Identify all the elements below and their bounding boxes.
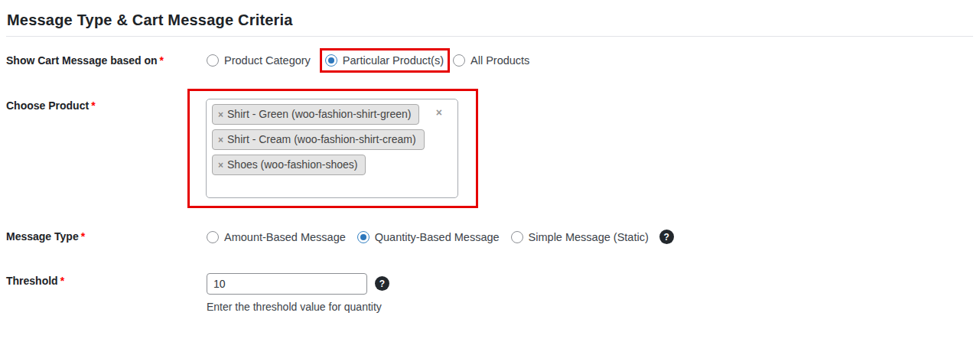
radio-label: Product Category xyxy=(224,54,311,67)
radio-icon[interactable] xyxy=(453,54,465,67)
show-cart-message-label-text: Show Cart Message based on xyxy=(6,54,158,67)
clear-all-icon[interactable]: × xyxy=(436,107,442,118)
help-icon[interactable]: ? xyxy=(659,230,674,244)
threshold-label: Threshold* xyxy=(6,275,64,287)
remove-tag-icon[interactable]: × xyxy=(218,160,223,171)
show-cart-message-radio-group: Product Category Particular Product(s) A… xyxy=(207,54,529,67)
required-asterisk: * xyxy=(160,54,164,67)
required-asterisk: * xyxy=(60,275,64,287)
radio-simple-static[interactable]: Simple Message (Static) xyxy=(511,231,649,243)
radio-icon[interactable] xyxy=(207,54,219,67)
product-tag-label: Shirt - Cream (woo-fashion-shirt-cream) xyxy=(227,133,416,145)
radio-particular-products[interactable]: Particular Product(s) xyxy=(325,54,444,67)
threshold-label-text: Threshold xyxy=(6,275,58,287)
required-asterisk: * xyxy=(91,99,95,112)
threshold-input[interactable] xyxy=(207,273,367,295)
product-multiselect[interactable]: × ×Shirt - Green (woo-fashion-shirt-gree… xyxy=(206,99,458,198)
message-type-label-text: Message Type xyxy=(6,230,79,243)
choose-product-label: Choose Product* xyxy=(6,99,96,112)
product-tag-label: Shoes (woo-fashion-shoes) xyxy=(227,158,357,171)
radio-label: Amount-Based Message xyxy=(224,231,346,243)
message-type-label: Message Type* xyxy=(6,230,85,243)
radio-label: Particular Product(s) xyxy=(343,54,444,67)
radio-icon[interactable] xyxy=(511,231,523,243)
radio-amount-based[interactable]: Amount-Based Message xyxy=(207,231,346,243)
radio-icon[interactable] xyxy=(325,54,337,67)
title-divider xyxy=(6,36,973,37)
threshold-helper-text: Enter the threshold value for quantity xyxy=(207,301,382,313)
product-tag: ×Shoes (woo-fashion-shoes) xyxy=(212,155,366,175)
radio-label: All Products xyxy=(470,54,529,67)
show-cart-message-label: Show Cart Message based on* xyxy=(6,54,164,67)
product-tag-label: Shirt - Green (woo-fashion-shirt-green) xyxy=(227,108,411,120)
radio-quantity-based[interactable]: Quantity-Based Message xyxy=(357,231,500,243)
radio-all-products[interactable]: All Products xyxy=(453,54,529,67)
message-type-radio-group: Amount-Based Message Quantity-Based Mess… xyxy=(207,230,674,244)
radio-label: Simple Message (Static) xyxy=(529,231,649,243)
highlight-box-particular-products: Particular Product(s) xyxy=(320,48,450,73)
required-asterisk: * xyxy=(81,230,85,243)
product-tag: ×Shirt - Cream (woo-fashion-shirt-cream) xyxy=(212,129,425,150)
radio-icon[interactable] xyxy=(207,231,219,243)
selected-product-tags: ×Shirt - Green (woo-fashion-shirt-green)… xyxy=(212,104,425,180)
radio-product-category[interactable]: Product Category xyxy=(207,54,311,67)
radio-icon[interactable] xyxy=(357,231,370,243)
help-icon[interactable]: ? xyxy=(375,276,389,291)
radio-label: Quantity-Based Message xyxy=(375,231,500,243)
product-tag: ×Shirt - Green (woo-fashion-shirt-green) xyxy=(212,104,419,125)
remove-tag-icon[interactable]: × xyxy=(218,135,223,145)
page-title: Message Type & Cart Message Criteria xyxy=(7,11,293,29)
remove-tag-icon[interactable]: × xyxy=(218,109,223,120)
choose-product-label-text: Choose Product xyxy=(6,99,89,112)
